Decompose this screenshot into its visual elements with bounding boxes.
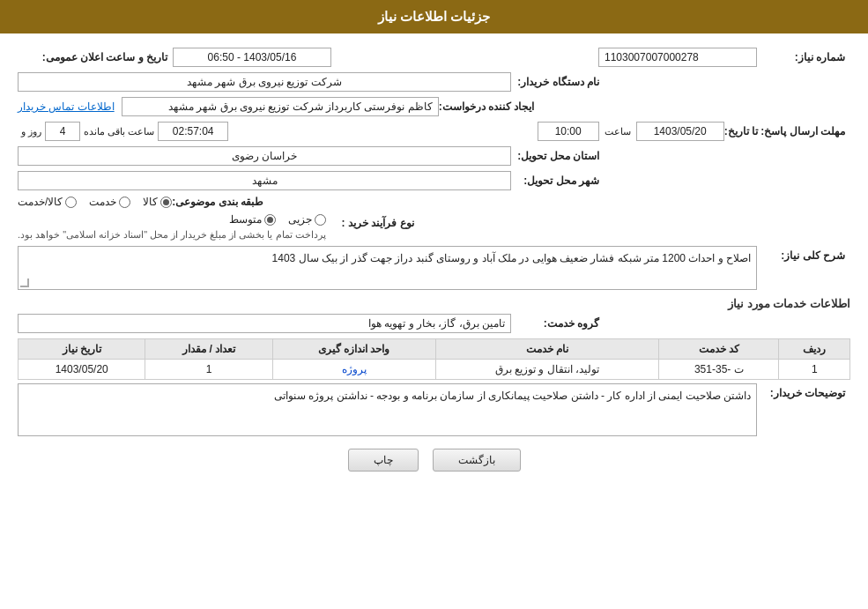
cell-qty: 1 [145,360,272,380]
cell-date: 1403/05/20 [19,360,145,380]
announce-datetime-label: تاریخ و ساعت اعلان عمومی: [18,51,167,63]
deadline-time: 10:00 [538,122,599,141]
buyer-org-row: نام دستگاه خریدار: شرکت توزیع نیروی برق … [18,72,850,92]
service-group-label: گروه خدمت: [511,317,599,330]
col-row-num: ردیف [779,339,850,360]
cell-row-num: 1 [779,360,850,380]
process-row: نوع فرآیند خرید : جزیی متوسط پرداخت تمام… [18,213,850,241]
remaining-time: 02:57:04 [158,122,228,141]
service-group-value: تامین برق، گاز، بخار و تهویه هوا [18,314,511,333]
category-kala-radio[interactable] [160,197,172,208]
resize-handle[interactable] [20,279,29,287]
category-khedmat-radio[interactable] [119,197,130,208]
need-number-value: 1103007007000278 [598,48,757,67]
cell-unit: پروژه [272,360,435,380]
category-radio-group: کالا خدمت کالا/خدمت [18,196,172,208]
print-button[interactable]: چاپ [348,449,419,472]
services-section-title: اطلاعات خدمات مورد نیاز [18,297,850,310]
province-label: استان محل تحویل: [511,150,599,162]
province-value: خراسان رضوی [18,146,511,166]
city-label: شهر محل تحویل: [511,175,599,187]
services-table-header-row: ردیف کد خدمت نام خدمت واحد اندازه گیری ت… [19,339,850,360]
deadline-date: 1403/05/20 [636,122,724,141]
deadline-days-label: روز و [21,126,41,137]
process-note: پرداخت تمام یا بخشی از مبلغ خریدار از مح… [18,229,326,241]
cell-name: تولید، انتقال و توزیع برق [435,360,659,380]
page-title: جزئیات اطلاعات نیاز [0,0,868,33]
process-label: نوع فرآیند خرید : [326,213,414,229]
creator-value: کاظم نوفرستی کاربرداز شرکت توزیع نیروی ب… [122,97,439,116]
description-box: اصلاح و احداث 1200 متر شبکه فشار ضعیف هو… [18,246,757,290]
buyer-desc-row: توضیحات خریدار: داشتن صلاحیت ایمنی از اد… [18,383,850,436]
category-kala-khedmat[interactable]: کالا/خدمت [18,196,77,208]
need-number-label: شماره نیاز: [757,51,845,63]
province-row: استان محل تحویل: خراسان رضوی [18,146,850,166]
category-label: طبقه بندی موضوعی: [172,196,263,208]
buyer-desc-wrap: داشتن صلاحیت ایمنی از اداره کار - داشتن … [18,383,757,436]
city-value: مشهد [18,171,511,190]
category-kala[interactable]: کالا [143,196,172,208]
deadline-row: مهلت ارسال پاسخ: تا تاریخ: 1403/05/20 سا… [18,122,850,141]
deadline-label: مهلت ارسال پاسخ: تا تاریخ: [724,125,845,137]
process-jozi[interactable]: جزیی [288,213,326,226]
col-date: تاریخ نیاز [19,339,145,360]
col-name: نام خدمت [435,339,659,360]
col-code: کد خدمت [659,339,779,360]
buyer-desc-box: داشتن صلاحیت ایمنی از اداره کار - داشتن … [18,383,757,436]
creator-label: ایجاد کننده درخواست: [439,100,535,113]
back-button[interactable]: بازگشت [433,449,521,472]
creator-row: ایجاد کننده درخواست: کاظم نوفرستی کاربرد… [18,97,850,116]
announce-datetime-value: 1403/05/16 - 06:50 [173,48,331,67]
buyer-org-label: نام دستگاه خریدار: [511,76,599,88]
need-number-row: شماره نیاز: 1103007007000278 1403/05/16 … [18,48,850,67]
category-khedmat-label: خدمت [89,196,116,208]
services-table: ردیف کد خدمت نام خدمت واحد اندازه گیری ت… [18,338,850,380]
button-row: بازگشت چاپ [18,449,850,472]
process-jozi-radio[interactable] [315,214,326,226]
table-row: 1 ت -35-351 تولید، انتقال و توزیع برق پر… [19,360,850,380]
service-group-row: گروه خدمت: تامین برق، گاز، بخار و تهویه … [18,314,850,333]
services-table-body: 1 ت -35-351 تولید، انتقال و توزیع برق پر… [19,360,850,380]
main-content: شماره نیاز: 1103007007000278 1403/05/16 … [0,42,868,477]
page-wrapper: جزئیات اطلاعات نیاز شماره نیاز: 11030070… [0,0,868,609]
category-khedmat[interactable]: خدمت [89,196,130,208]
buyer-desc-label: توضیحات خریدار: [757,383,845,399]
process-jozi-label: جزیی [288,213,312,226]
category-kala-khedmat-label: کالا/خدمت [18,196,63,208]
process-motavaset-label: متوسط [229,213,262,226]
category-row: طبقه بندی موضوعی: کالا خدمت کالا/خدمت [18,196,850,208]
buyer-org-value: شرکت توزیع نیروی برق شهر مشهد [18,72,511,92]
contact-link[interactable]: اطلاعات تماس خریدار [18,100,115,113]
cell-code: ت -35-351 [659,360,779,380]
buyer-desc-value: داشتن صلاحیت ایمنی از اداره کار - داشتن … [274,390,751,402]
category-kala-khedmat-radio[interactable] [65,197,77,208]
services-table-head: ردیف کد خدمت نام خدمت واحد اندازه گیری ت… [19,339,850,360]
deadline-days: 4 [45,122,80,141]
description-value: اصلاح و احداث 1200 متر شبکه فشار ضعیف هو… [272,252,751,264]
process-radio-group: جزیی متوسط [18,213,326,226]
city-row: شهر محل تحویل: مشهد [18,171,850,190]
remaining-label: ساعت باقی مانده [84,126,154,137]
col-unit: واحد اندازه گیری [272,339,435,360]
process-motavaset-radio[interactable] [264,214,276,226]
col-qty: تعداد / مقدار [145,339,272,360]
process-motavaset[interactable]: متوسط [229,213,276,226]
description-label: شرح کلی نیاز: [757,246,845,262]
category-kala-label: کالا [143,196,158,208]
deadline-time-label: ساعت [605,126,631,137]
description-row: شرح کلی نیاز: اصلاح و احداث 1200 متر شبک… [18,246,850,290]
